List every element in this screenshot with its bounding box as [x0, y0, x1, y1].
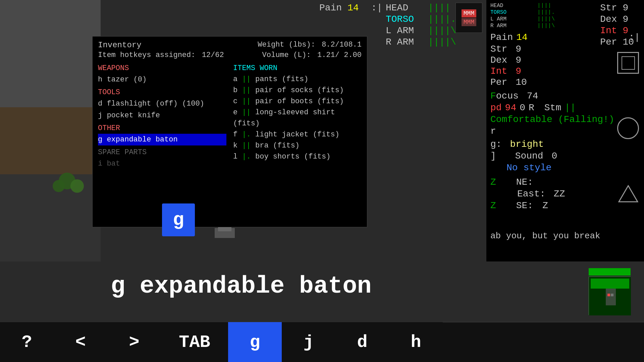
weapons-label: WEAPONS	[98, 64, 226, 72]
se-label: SE:	[516, 200, 533, 211]
r-label: r	[490, 126, 496, 136]
item-name-tazer: tazer (0)	[107, 75, 147, 84]
inventory-title: Inventory	[98, 41, 142, 50]
worn-bars-l: |.	[242, 153, 251, 161]
focus-value: 74	[527, 91, 538, 101]
worn-b-socks[interactable]: b || pair of socks (fits)	[233, 85, 362, 96]
z-label-1: Z	[490, 177, 496, 187]
nav-question[interactable]: ?	[0, 322, 54, 362]
torso-label: TORSO	[490, 9, 531, 15]
east-label: East:	[517, 189, 545, 199]
item-key-d: d	[98, 100, 107, 108]
worn-c-boots[interactable]: c || pair of boots (fits)	[233, 96, 362, 107]
g-hotkey-overlay[interactable]: g	[162, 203, 195, 236]
items-worn-label: ITEMS WORN	[233, 64, 362, 72]
worn-l-shorts[interactable]: l |. boy shorts (fits)	[233, 151, 362, 162]
pd-r: R	[529, 103, 534, 113]
larm-overlay-row: L ARM ||||\	[386, 25, 456, 36]
triangle-icon	[618, 185, 638, 202]
ne-label: NE:	[516, 177, 533, 187]
nav-question-label: ?	[21, 333, 32, 352]
r-arm-bars: ||||\	[537, 23, 555, 29]
larm-overlay-bars: ||||\	[428, 25, 456, 36]
weight-label: Weight (lbs):	[258, 41, 315, 49]
worn-bars-f: |.	[242, 130, 251, 139]
nav-d-label: d	[357, 333, 367, 352]
nav-g[interactable]: g	[228, 322, 282, 362]
torso-overlay-label: TORSO	[386, 14, 423, 24]
worn-a-pants[interactable]: a || pants (fits)	[233, 74, 362, 85]
inventory-right-column: ITEMS WORN a || pants (fits) b || pair o…	[233, 64, 362, 170]
item-i-battery[interactable]: i bat	[98, 158, 226, 170]
item-h-tazer[interactable]: h tazer (0)	[98, 74, 226, 85]
item-tooltip: g expandable baton	[111, 273, 372, 300]
volume-line: Volume (L): 1.21/ 2.00	[262, 51, 362, 59]
se-value: Z	[542, 200, 548, 211]
item-g-baton[interactable]: g expandable baton	[98, 134, 226, 145]
nav-g-label: g	[250, 333, 260, 352]
hotkeys-value: 12/62	[202, 51, 224, 59]
no-style-label: No style	[506, 163, 551, 173]
worn-f-jacket[interactable]: f |. light jacket (fits)	[233, 129, 362, 140]
character-avatar: MMM MMM	[455, 3, 482, 33]
nav-j[interactable]: j	[282, 322, 335, 362]
focus-rest: ocus	[496, 91, 519, 101]
worn-bars-a: ||	[242, 75, 251, 83]
nav-h-label: h	[411, 333, 421, 352]
int-overlay: Int 9	[600, 25, 634, 36]
svg-rect-12	[607, 294, 610, 296]
svg-rect-8	[215, 228, 235, 238]
head-bars: ||||	[537, 3, 551, 9]
nav-next[interactable]: >	[107, 322, 161, 362]
volume-label: Volume (L):	[262, 51, 311, 59]
inventory-header: Inventory Weight (lbs): 8.2/108.1	[98, 41, 362, 50]
head-overlay-bars: ||||	[428, 3, 450, 13]
head-overlay-label: HEAD	[386, 3, 423, 13]
l-arm-bars: ||||\	[537, 16, 555, 22]
volume-value: 1.21/ 2.00	[317, 51, 362, 59]
log-text: ab you, but you break	[490, 231, 640, 241]
nav-tab[interactable]: TAB	[161, 322, 228, 362]
avatar-mmm-bottom: MMM	[462, 18, 476, 26]
str-value: 9	[516, 44, 521, 54]
r-arm-label: R ARM	[490, 23, 531, 29]
bracket-label: ]	[490, 151, 496, 161]
worn-k-bra[interactable]: k || bra (fits)	[233, 140, 362, 151]
item-j-knife[interactable]: j pocket knife	[98, 110, 226, 121]
nav-h[interactable]: h	[389, 322, 443, 362]
worn-key-e: e	[233, 108, 242, 117]
svg-marker-14	[619, 186, 638, 202]
svg-rect-13	[611, 294, 613, 296]
item-d-flashlight[interactable]: d flashlight (off) (100)	[98, 98, 226, 110]
svg-point-5	[70, 179, 84, 193]
dex-value: 9	[516, 55, 521, 65]
item-key-h: h	[98, 75, 107, 84]
worn-key-l: l	[233, 153, 242, 161]
head-overlay-row: HEAD ||||	[386, 3, 456, 13]
other-label: OTHER	[98, 124, 226, 132]
item-key-g: g	[98, 135, 107, 144]
east-value: ZZ	[554, 189, 565, 199]
svg-rect-10	[591, 279, 629, 289]
circle-button[interactable]	[617, 117, 639, 139]
dex-label: Dex	[490, 55, 507, 65]
nav-prev-label: <	[75, 333, 86, 352]
head-label: HEAD	[490, 3, 531, 9]
pain-overlay-sep: :|	[371, 3, 382, 13]
g-bright-label: g:	[490, 139, 502, 149]
nav-d[interactable]: d	[335, 322, 389, 362]
nav-prev[interactable]: <	[54, 322, 107, 362]
worn-name-boots: pair of boots (fits)	[255, 97, 344, 106]
torso-overlay-bars: ||||.	[428, 14, 456, 24]
hotkeys-label: Item hotkeys assigned:	[98, 51, 195, 59]
sound-value: 0	[551, 151, 557, 161]
triangle-button[interactable]	[617, 183, 639, 204]
item-name-flashlight: flashlight (off) (100)	[107, 100, 204, 108]
worn-e-shirt[interactable]: e || long-sleeved shirt (fits)	[233, 107, 362, 129]
svg-rect-11	[606, 289, 616, 305]
bottom-nav: ? < > TAB g j d h	[0, 322, 644, 362]
worn-name-pants: pants (fits)	[255, 75, 308, 83]
worn-bars-k: ||	[242, 141, 251, 150]
square-button[interactable]	[617, 52, 639, 74]
spare-parts-label: SPARE PARTS	[98, 148, 226, 157]
